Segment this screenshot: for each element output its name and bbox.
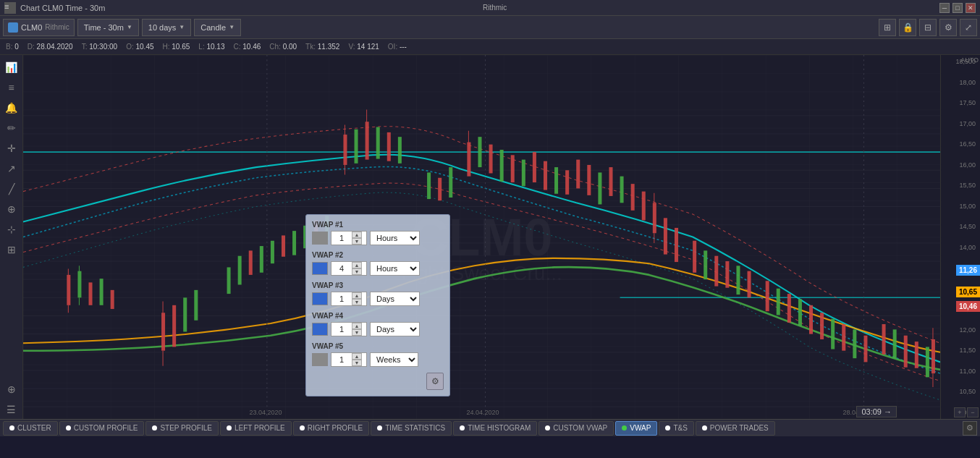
- vwap-4-input[interactable]: [331, 325, 352, 334]
- tab-left-profile[interactable]: LEFT PROFILE: [220, 421, 292, 436]
- vwap-5-color[interactable]: [312, 353, 328, 366]
- tab-time-statistics[interactable]: TIME STATISTICS: [371, 421, 452, 436]
- pen-icon[interactable]: ✏: [2, 119, 21, 137]
- expand-icon[interactable]: ⤢: [960, 19, 977, 36]
- list-icon[interactable]: ☰: [2, 400, 21, 419]
- tab-custom-vwap-dot: [545, 425, 550, 431]
- vwap-2-down[interactable]: ▼: [352, 268, 362, 275]
- vwap-2-up[interactable]: ▲: [352, 262, 362, 268]
- layout-icon[interactable]: ⊟: [919, 19, 937, 36]
- scale-17500: 17,50: [942, 99, 979, 106]
- vwap-3-unit[interactable]: DaysHoursMinutesWeeks: [370, 292, 420, 306]
- time-label-2: 24.04.2020: [466, 409, 499, 416]
- info-close: C: 10.46: [233, 43, 261, 51]
- tab-step-profile[interactable]: STEP PROFILE: [145, 421, 219, 436]
- vwap-3-number[interactable]: ▲ ▼: [331, 292, 367, 306]
- vwap-5-unit[interactable]: WeeksHoursDaysMonths: [370, 352, 418, 367]
- tab-settings-icon[interactable]: ⚙: [963, 421, 977, 436]
- symbol-selector[interactable]: CLM0 Rithmic: [3, 19, 75, 36]
- arrow-icon[interactable]: ↗: [2, 159, 21, 178]
- vwap-3-color[interactable]: [312, 292, 328, 305]
- info-high: H: 10.65: [163, 43, 190, 51]
- vwap-2-input[interactable]: [331, 264, 352, 273]
- vwap-4-number[interactable]: ▲ ▼: [331, 322, 367, 336]
- maximize-button[interactable]: □: [952, 3, 963, 13]
- period-selector[interactable]: 10 days ▼: [142, 19, 191, 36]
- measure-icon[interactable]: ⊹: [2, 220, 21, 239]
- vwap-settings-icon[interactable]: ⚙: [426, 373, 444, 390]
- bell-icon[interactable]: 🔔: [2, 98, 21, 117]
- minimize-button[interactable]: ─: [939, 3, 950, 13]
- add-panel-icon[interactable]: ⊕: [2, 380, 21, 399]
- close-button[interactable]: ✕: [966, 3, 976, 13]
- svg-rect-37: [249, 250, 253, 275]
- tab-custom-profile[interactable]: CUSTOM PROFILE: [59, 421, 145, 436]
- settings-icon[interactable]: ⚙: [939, 19, 957, 36]
- vwap-2-number[interactable]: ▲ ▼: [331, 261, 367, 276]
- grid-icon[interactable]: ⊞: [879, 19, 896, 36]
- chart-type-selector[interactable]: Candle ▼: [194, 19, 241, 36]
- lock-icon[interactable]: 🔒: [899, 19, 916, 36]
- tab-right-profile-label: RIGHT PROFILE: [308, 424, 363, 432]
- vwap-1-color[interactable]: [312, 232, 328, 245]
- tab-ts[interactable]: T&S: [659, 421, 693, 436]
- vwap-4-down[interactable]: ▼: [352, 329, 362, 336]
- vwap-1-number[interactable]: ▲ ▼: [331, 231, 367, 245]
- zoom-out-icon[interactable]: −: [967, 407, 979, 417]
- svg-rect-91: [820, 313, 824, 339]
- vwap-3-input[interactable]: [331, 294, 352, 303]
- chart-area[interactable]: CLM0 Light Sweet Cru...: [23, 55, 940, 419]
- timeframe-selector[interactable]: Time - 30m ▼: [77, 19, 139, 36]
- svg-rect-38: [260, 246, 263, 273]
- symbol-label: CLM0: [21, 23, 42, 32]
- tab-custom-vwap[interactable]: CUSTOM VWAP: [538, 421, 614, 436]
- crosshair-icon[interactable]: ✛: [2, 139, 21, 158]
- vwap-5-number[interactable]: ▲ ▼: [331, 352, 367, 367]
- vwap-5-up[interactable]: ▲: [352, 353, 362, 360]
- svg-rect-93: [842, 324, 845, 351]
- tab-vwap[interactable]: VWAP: [615, 421, 657, 436]
- vwap-3-up[interactable]: ▲: [352, 292, 362, 299]
- zoom-in-icon[interactable]: +: [954, 407, 966, 417]
- app-icon: ≡: [4, 2, 16, 14]
- zoom-icon[interactable]: ⊕: [2, 200, 21, 219]
- toolbar: CLM0 Rithmic Time - 30m ▼ 10 days ▼ Cand…: [0, 16, 980, 39]
- svg-rect-92: [831, 319, 835, 349]
- svg-rect-75: [653, 203, 656, 233]
- grid2-icon[interactable]: ⊞: [2, 240, 21, 259]
- layers-icon[interactable]: ≡: [2, 78, 21, 97]
- vwap-3-controls: ▲ ▼ DaysHoursMinutesWeeks: [312, 292, 444, 306]
- tab-power-trades-dot: [702, 425, 707, 431]
- svg-rect-81: [704, 250, 707, 279]
- vwap-5-label: VWAP #5: [312, 342, 444, 350]
- svg-rect-34: [194, 290, 198, 321]
- vwap-2-unit[interactable]: HoursMinutesDaysWeeks: [370, 261, 420, 276]
- info-time: T: 10:30:00: [82, 43, 118, 51]
- info-low: L: 10.13: [198, 43, 224, 51]
- tab-power-trades[interactable]: POWER TRADES: [696, 421, 775, 436]
- vwap-1-input[interactable]: [331, 234, 352, 242]
- vwap-4-up[interactable]: ▲: [352, 323, 362, 329]
- vwap-4-color[interactable]: [312, 323, 328, 336]
- vwap-4-unit[interactable]: DaysHoursMinutesWeeks: [370, 322, 420, 336]
- vwap-1-down[interactable]: ▼: [352, 238, 362, 245]
- vwap-1-up[interactable]: ▲: [352, 232, 362, 238]
- tab-left-profile-label: LEFT PROFILE: [235, 424, 285, 432]
- svg-rect-52: [387, 132, 391, 161]
- vwap-2-color[interactable]: [312, 262, 328, 275]
- svg-rect-61: [500, 150, 504, 182]
- info-b: B: 0: [6, 43, 19, 51]
- vwap-1-unit[interactable]: HoursMinutesDaysWeeks: [370, 231, 420, 245]
- vwap-row-1: VWAP #1 ▲ ▼ HoursMinutesDaysWeeks: [312, 221, 444, 245]
- vwap-3-down[interactable]: ▼: [352, 299, 362, 305]
- vwap-5-input[interactable]: [331, 355, 352, 364]
- svg-rect-101: [932, 339, 935, 373]
- tab-right-profile[interactable]: RIGHT PROFILE: [293, 421, 370, 436]
- tab-time-histogram[interactable]: TIME HISTOGRAM: [453, 421, 537, 436]
- tab-cluster[interactable]: CLUSTER: [3, 421, 58, 436]
- line-icon[interactable]: ╱: [2, 179, 21, 198]
- vwap-5-down[interactable]: ▼: [352, 360, 362, 366]
- tab-step-profile-label: STEP PROFILE: [160, 424, 212, 432]
- svg-rect-20: [67, 275, 70, 305]
- bar-chart-icon[interactable]: 📊: [2, 58, 21, 77]
